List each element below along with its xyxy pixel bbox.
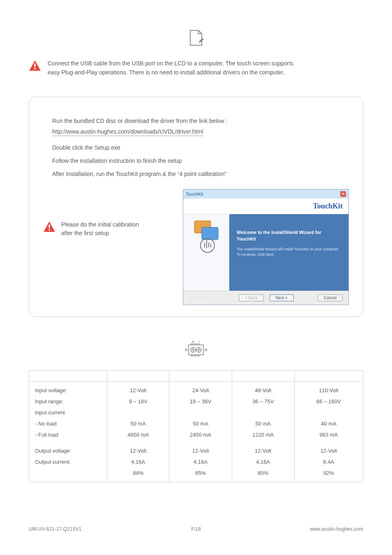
svg-rect-0 bbox=[34, 63, 35, 67]
touchkit-dialog: TouchKit ✕ TouchKit bbox=[183, 189, 349, 305]
calibration-line1: Please do the initial calibration bbox=[61, 220, 139, 229]
row-no-load: - No load bbox=[29, 418, 107, 429]
cell: 12-Volt bbox=[294, 445, 363, 456]
cell: 24-Volt bbox=[169, 381, 232, 396]
cell: 50 mA bbox=[169, 418, 232, 429]
power-spec-table: Input voltage: 12-Volt 24-Volt 48-Volt 1… bbox=[29, 370, 363, 482]
step-2: Double click the Setup.exe bbox=[52, 143, 349, 152]
cell: 36 ~ 75V bbox=[232, 396, 294, 407]
calibration-line2: after the first setup bbox=[61, 229, 139, 238]
cell: 12-Volt bbox=[107, 381, 169, 396]
cell: 4.16A bbox=[169, 456, 232, 467]
row-full-load: - Full load bbox=[29, 429, 107, 445]
cell: 50 mA bbox=[232, 418, 294, 429]
row-output-voltage: Output voltage: bbox=[29, 445, 107, 456]
cell: 84% bbox=[107, 467, 169, 482]
back-button[interactable]: < Back bbox=[239, 294, 264, 301]
touchkit-subtext: The InstallShield Wizard will install To… bbox=[237, 247, 341, 258]
cell: 2450 mA bbox=[169, 429, 232, 445]
svg-point-13 bbox=[205, 349, 207, 351]
row-input-current: Input current bbox=[29, 407, 107, 418]
close-icon[interactable]: ✕ bbox=[340, 191, 346, 197]
usb-info-note: Connect the USB cable from the USB port … bbox=[29, 59, 363, 77]
terminal-block-icon: + − bbox=[183, 340, 209, 360]
cell: 993 mA bbox=[294, 429, 363, 445]
row-input-range: Input range: bbox=[29, 396, 107, 407]
cell: 66 ~ 160V bbox=[294, 396, 363, 407]
next-button[interactable]: Next > bbox=[270, 294, 294, 301]
footer-page-number: P.18 bbox=[191, 526, 201, 532]
installshield-label: InstallShield bbox=[187, 296, 208, 301]
step-4: After installation, run the TouchKit pro… bbox=[52, 170, 349, 178]
svg-point-3 bbox=[48, 229, 50, 231]
cell: 85% bbox=[232, 467, 294, 482]
cell: 8.4A bbox=[294, 456, 363, 467]
svg-rect-2 bbox=[48, 224, 50, 228]
document-pen-icon bbox=[187, 29, 205, 47]
row-input-voltage: Input voltage: bbox=[29, 381, 107, 396]
cell: 4.16A bbox=[107, 456, 169, 467]
cell: 9 ~ 18V bbox=[107, 396, 169, 407]
svg-rect-5 bbox=[202, 227, 218, 240]
page-footer: UM-UV-621-17-Q215V1 P.18 www.austin-hugh… bbox=[29, 526, 363, 532]
touchkit-brand: TouchKit bbox=[313, 202, 343, 210]
svg-point-12 bbox=[185, 349, 187, 351]
cell: 92% bbox=[294, 467, 363, 482]
cell: 4.16A bbox=[232, 456, 294, 467]
intro-line2: easy Plug-and-Play operations. There is … bbox=[48, 68, 293, 77]
cell: 18 ~ 36V bbox=[169, 396, 232, 407]
cancel-button[interactable]: Cancel bbox=[318, 294, 343, 301]
cell: 12-Volt bbox=[169, 445, 232, 456]
cell: 12-Volt bbox=[107, 445, 169, 456]
cell: 85% bbox=[169, 467, 232, 482]
cell: 110-Volt bbox=[294, 381, 363, 396]
row-output-current: Output current: bbox=[29, 456, 107, 467]
touchkit-titlebar: TouchKit bbox=[186, 192, 203, 197]
install-panel: Run the bundled CD disc or download the … bbox=[29, 97, 363, 317]
cell: 40 mA bbox=[294, 418, 363, 429]
driver-url[interactable]: http://www.austin-hughes.com/downloads/U… bbox=[52, 128, 203, 136]
step-1: Run the bundled CD disc or download the … bbox=[52, 117, 349, 125]
alert-icon bbox=[43, 221, 55, 233]
step-3: Follow the installation instruction to f… bbox=[52, 157, 349, 165]
footer-url: www.austin-hughes.com bbox=[310, 526, 363, 532]
alert-icon bbox=[29, 60, 41, 72]
cell: 1220 mA bbox=[232, 429, 294, 445]
footer-doc-id: UM-UV-621-17-Q215V1 bbox=[29, 526, 81, 532]
svg-point-6 bbox=[201, 238, 214, 252]
cell: 50 mA bbox=[107, 418, 169, 429]
cell: 4950 mA bbox=[107, 429, 169, 445]
intro-line1: Connect the USB cable from the USB port … bbox=[48, 59, 293, 68]
touchkit-graphic-icon bbox=[192, 220, 221, 254]
cell: 12-Volt bbox=[232, 445, 294, 456]
svg-point-1 bbox=[34, 68, 36, 69]
cell: 48-Volt bbox=[232, 381, 294, 396]
touchkit-heading: Welcome to the InstallShield Wizard for … bbox=[237, 229, 341, 243]
